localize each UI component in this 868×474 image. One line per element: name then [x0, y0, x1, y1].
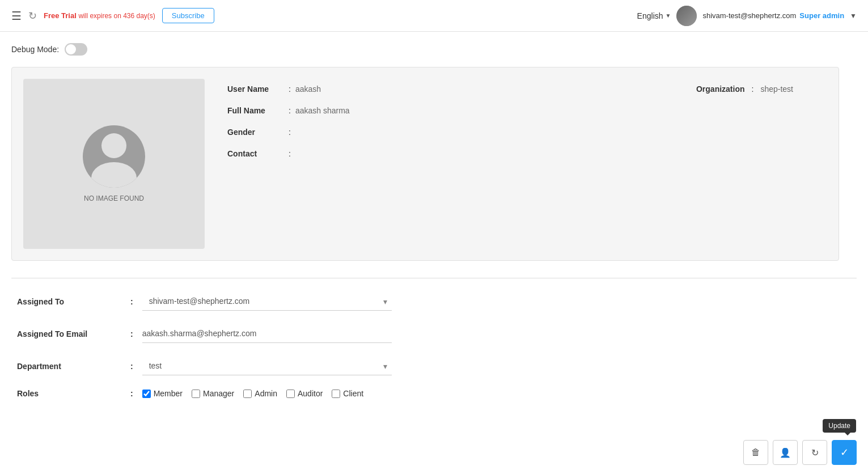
user-menu-arrow-icon[interactable]: ▼ — [850, 12, 857, 20]
assigned-to-email-label: Assigned To Email — [17, 329, 130, 338]
assigned-to-select-wrapper: shivam-test@shephertz.com — [142, 292, 392, 311]
profile-info: User Name : aakash Organization : shep-t… — [227, 79, 827, 249]
language-label: English — [637, 11, 663, 20]
org-row: Organization : shep-test — [696, 84, 827, 94]
assigned-to-row: Assigned To : shivam-test@shephertz.com — [17, 292, 851, 311]
contact-colon: : — [289, 149, 291, 158]
org-colon: : — [752, 84, 754, 94]
role-client[interactable]: Client — [332, 389, 363, 398]
assigned-to-label: Assigned To — [17, 297, 130, 306]
app-header: ☰ ↻ Free Trial will expires on 436 day(s… — [0, 0, 868, 32]
role-member[interactable]: Member — [142, 389, 183, 398]
no-image-label: NO IMAGE FOUND — [84, 194, 144, 202]
profile-card: NO IMAGE FOUND User Name : aakash Organi… — [11, 67, 839, 261]
avatar-placeholder — [83, 125, 145, 188]
assigned-to-colon: : — [130, 297, 133, 306]
username-colon: : — [289, 84, 291, 94]
role-member-label: Member — [154, 389, 183, 398]
department-label: Department — [17, 362, 130, 371]
form-section: Assigned To : shivam-test@shephertz.com … — [11, 292, 857, 398]
gender-colon: : — [289, 128, 291, 137]
roles-label: Roles — [17, 389, 130, 398]
role-client-label: Client — [343, 389, 363, 398]
department-select-wrapper: test — [142, 357, 392, 375]
user-info: shivam-test@shephertz.com Super admin — [702, 11, 844, 20]
assigned-to-email-control — [142, 324, 392, 343]
fullname-value: aakash sharma — [295, 106, 350, 115]
department-colon: : — [130, 362, 133, 371]
avatar — [676, 6, 697, 26]
role-manager[interactable]: Manager — [192, 389, 234, 398]
username-label: User Name — [227, 84, 284, 94]
role-admin-label: Admin — [255, 389, 277, 398]
gender-label: Gender — [227, 128, 284, 137]
role-auditor[interactable]: Auditor — [286, 389, 323, 398]
hamburger-icon[interactable]: ☰ — [11, 9, 22, 23]
update-tooltip: Update — [823, 419, 856, 423]
avatar-body — [91, 162, 137, 188]
free-trial-label: Free Trial will expires on 436 day(s) — [44, 11, 155, 20]
language-chevron-icon: ▼ — [666, 12, 671, 19]
org-value: shep-test — [760, 84, 793, 94]
header-left: ☰ ↻ Free Trial will expires on 436 day(s… — [11, 8, 214, 23]
roles-row: Roles : Member Manager Admin Auditor — [17, 389, 851, 398]
profile-image-box: NO IMAGE FOUND — [23, 79, 205, 249]
gender-row: Gender : — [227, 128, 827, 137]
section-divider — [11, 278, 857, 278]
header-right: English ▼ shivam-test@shephertz.com Supe… — [637, 6, 857, 26]
main-content: Debug Mode: NO IMAGE FOUND User Name : a… — [0, 32, 868, 423]
username-value: aakash — [295, 84, 321, 94]
role-auditor-label: Auditor — [298, 389, 323, 398]
super-admin-badge: Super admin — [799, 11, 844, 20]
role-auditor-checkbox[interactable] — [286, 390, 295, 398]
debug-mode-toggle[interactable] — [65, 43, 87, 56]
department-row: Department : test — [17, 357, 851, 375]
free-trial-expires: will expires on 436 day(s) — [78, 12, 155, 20]
roles-checkbox-group: Member Manager Admin Auditor Client — [142, 389, 363, 398]
role-admin[interactable]: Admin — [243, 389, 277, 398]
subscribe-button[interactable]: Subscribe — [162, 8, 214, 23]
contact-row: Contact : — [227, 149, 827, 158]
fullname-label: Full Name — [227, 106, 284, 115]
assigned-to-control: shivam-test@shephertz.com — [142, 292, 392, 311]
assigned-to-email-input[interactable] — [142, 324, 392, 343]
debug-mode-row: Debug Mode: — [11, 43, 857, 56]
free-trial-text: Free Trial — [44, 11, 77, 20]
role-admin-checkbox[interactable] — [243, 390, 252, 398]
role-client-checkbox[interactable] — [332, 390, 340, 398]
assigned-to-email-colon: : — [130, 329, 133, 338]
avatar-head — [101, 133, 126, 158]
username-row: User Name : aakash Organization : shep-t… — [227, 84, 827, 94]
language-selector[interactable]: English ▼ — [637, 11, 671, 20]
role-manager-checkbox[interactable] — [192, 390, 200, 398]
assigned-to-email-row: Assigned To Email : — [17, 324, 851, 343]
roles-colon: : — [130, 389, 133, 398]
assigned-to-select[interactable]: shivam-test@shephertz.com — [142, 292, 392, 311]
avatar-image — [676, 6, 697, 26]
role-manager-label: Manager — [203, 389, 234, 398]
contact-label: Contact — [227, 149, 284, 158]
department-select[interactable]: test — [142, 357, 392, 375]
fullname-row: Full Name : aakash sharma — [227, 106, 827, 115]
debug-mode-label: Debug Mode: — [11, 45, 59, 54]
org-label: Organization — [696, 84, 745, 94]
refresh-brand-icon: ↻ — [28, 10, 37, 22]
fullname-colon: : — [289, 106, 291, 115]
user-email: shivam-test@shephertz.com — [702, 11, 796, 20]
department-control: test — [142, 357, 392, 375]
role-member-checkbox[interactable] — [142, 390, 151, 398]
